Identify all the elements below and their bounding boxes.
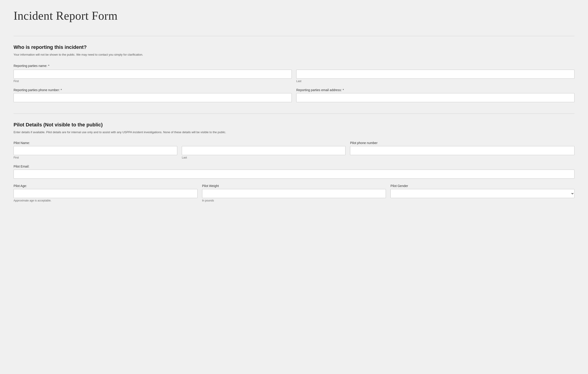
pilot-name-label: Pilot Name: [13, 141, 346, 145]
pilot-first-name-input[interactable] [13, 146, 177, 155]
pilot-last-label: Last [182, 156, 346, 159]
pilot-gender-group: Pilot Gender Male Female Non-binary Pref… [390, 184, 575, 202]
pilot-weight-group: Pilot Weight In pounds [202, 184, 386, 202]
reporting-phone-label: Reporting parties phone number: * [13, 88, 292, 92]
pilot-section: Pilot Details (Not visible to the public… [13, 122, 575, 202]
pilot-section-desc: Enter details if available. Pilot detail… [13, 130, 575, 134]
reporting-section: Who is reporting this incident? Your inf… [13, 44, 575, 102]
pilot-name-inputs: First Last [13, 146, 346, 159]
pilot-first-label: First [13, 156, 177, 159]
pilot-phone-group: Pilot phone number [350, 141, 575, 155]
reporting-contact-row: Reporting parties phone number: * Report… [13, 88, 575, 102]
pilot-gender-select[interactable]: Male Female Non-binary Prefer not to say [390, 189, 575, 198]
pilot-age-input[interactable] [13, 189, 198, 198]
reporting-phone-group: Reporting parties phone number: * [13, 88, 292, 102]
pilot-section-title: Pilot Details (Not visible to the public… [13, 122, 575, 128]
reporting-email-input[interactable] [296, 93, 575, 102]
section-divider [13, 36, 575, 36]
pilot-weight-hint: In pounds [202, 199, 386, 202]
reporting-name-label: Reporting parties name: * [13, 64, 50, 68]
reporting-last-name-group: Last [296, 70, 575, 83]
pilot-first-name-group: First [13, 146, 177, 159]
pilot-age-weight-gender-row: Pilot Age: Approximate age is acceptable… [13, 184, 575, 202]
reporting-first-name-input[interactable] [13, 70, 292, 79]
reporting-first-name-group: First [13, 70, 292, 83]
pilot-weight-label: Pilot Weight [202, 184, 386, 188]
pilot-section-divider [13, 113, 575, 114]
pilot-email-row: Pilot Email: [13, 165, 575, 179]
pilot-gender-label: Pilot Gender [390, 184, 575, 188]
pilot-phone-label: Pilot phone number [350, 141, 575, 145]
reporting-last-name-input[interactable] [296, 70, 575, 79]
pilot-name-phone-row: Pilot Name: First Last Pilot phone numbe… [13, 141, 575, 159]
reporting-email-group: Reporting parties email address: * [296, 88, 575, 102]
reporting-section-title: Who is reporting this incident? [13, 44, 575, 50]
pilot-email-input[interactable] [13, 170, 575, 179]
last-label: Last [296, 80, 575, 83]
pilot-email-label: Pilot Email: [13, 165, 575, 168]
reporting-name-row: First Last [13, 70, 575, 83]
pilot-age-label: Pilot Age: [13, 184, 198, 188]
pilot-last-name-group: Last [182, 146, 346, 159]
pilot-email-group: Pilot Email: [13, 165, 575, 179]
pilot-name-group: Pilot Name: First Last [13, 141, 346, 159]
reporting-phone-input[interactable] [13, 93, 292, 102]
reporting-section-desc: Your information will not be shown to th… [13, 53, 575, 57]
pilot-weight-input[interactable] [202, 189, 386, 198]
pilot-phone-input[interactable] [350, 146, 575, 155]
pilot-age-group: Pilot Age: Approximate age is acceptable… [13, 184, 198, 202]
reporting-email-label: Reporting parties email address: * [296, 88, 575, 92]
pilot-age-hint: Approximate age is acceptable. [13, 199, 198, 202]
first-label: First [13, 80, 292, 83]
page-title: Incident Report Form [13, 9, 575, 22]
pilot-last-name-input[interactable] [182, 146, 346, 155]
